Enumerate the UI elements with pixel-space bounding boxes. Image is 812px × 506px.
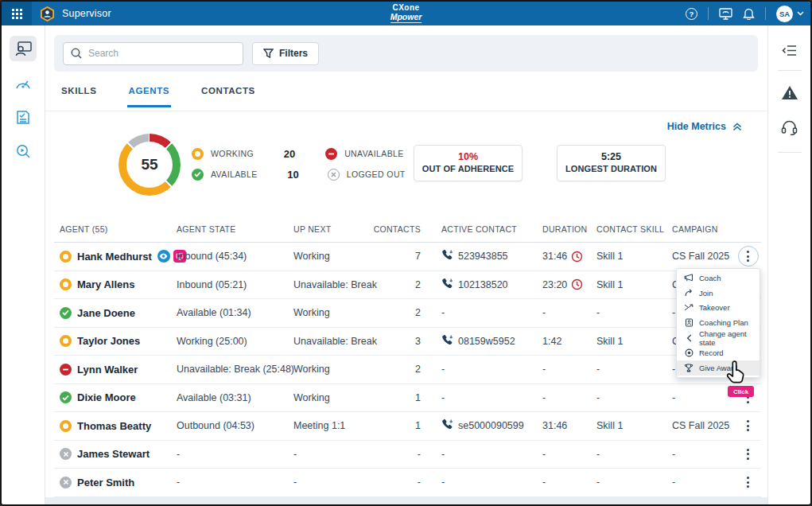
active-contact-cell: -: [441, 299, 542, 327]
duration-value: -: [542, 307, 546, 318]
table-row[interactable]: Lynn Walker Unavailable: Break (25:48) W…: [54, 356, 761, 384]
out-of-adherence-card: 10% OUT OF ADHERENCE: [414, 145, 523, 181]
chevron-left-icon: [684, 334, 694, 342]
screen-share-button[interactable]: [719, 8, 732, 20]
app-launcher-button[interactable]: [2, 2, 32, 25]
contacts-cell: 7: [373, 243, 421, 271]
menu-item-record[interactable]: Record: [677, 345, 760, 360]
row-actions-kebab-button[interactable]: [738, 246, 759, 267]
campaign-cell: CS Fall 2025: [672, 243, 739, 271]
active-contact-cell: -: [441, 469, 542, 496]
sidebar-item-dashboard[interactable]: [10, 70, 37, 95]
contacts-cell: 2: [373, 299, 421, 327]
table-row[interactable]: Mary Allens Inbound (05:21) Unavailable:…: [54, 271, 761, 300]
up-next-cell: Working: [293, 384, 373, 412]
menu-item-coaching-plan[interactable]: Coaching Plan: [677, 315, 760, 330]
tab-skills[interactable]: SKILLS: [60, 81, 99, 107]
active-contact-cell: 08159w5952: [441, 328, 542, 356]
agent-name: Mary Allens: [77, 278, 135, 290]
inbound-call-phone-icon: [441, 278, 453, 290]
col-up-next[interactable]: UP NEXT: [293, 224, 331, 234]
alerts-panel-button[interactable]: [776, 80, 803, 104]
help-button[interactable]: ?: [686, 8, 697, 20]
active-contact-cell: -: [441, 441, 542, 469]
col-active-contact[interactable]: ACTIVE CONTACT: [441, 224, 517, 234]
working-state-icon: [60, 278, 72, 290]
col-contacts[interactable]: CONTACTS: [373, 224, 421, 234]
search-input[interactable]: [88, 48, 223, 59]
bell-icon: [743, 7, 755, 20]
duration-cell: 1:42: [542, 328, 593, 356]
agent-state-cell: Available (01:34): [177, 299, 293, 327]
agent-state-cell: -: [177, 441, 293, 469]
row-context-menu: Coach Join Takeover Coaching Plan Change…: [676, 268, 760, 378]
user-menu-button[interactable]: SA: [776, 6, 804, 22]
col-contact-skill[interactable]: CONTACT SKILL: [596, 224, 664, 234]
up-next-cell: Unavailable: Break: [293, 271, 373, 299]
menu-item-takeover[interactable]: Takeover: [677, 301, 760, 316]
right-sidebar: [767, 25, 810, 504]
sidebar-item-search-recordings[interactable]: [10, 138, 37, 164]
agent-name: James Stewart: [77, 448, 150, 460]
headset-panel-button[interactable]: [776, 115, 803, 139]
up-next-cell: -: [293, 469, 373, 496]
col-agent-state[interactable]: AGENT STATE: [177, 224, 235, 234]
col-duration[interactable]: DURATION: [542, 224, 587, 234]
unavailable-state-icon: [325, 148, 337, 160]
search-box[interactable]: [63, 42, 243, 65]
menu-item-join[interactable]: Join: [677, 286, 760, 301]
collapse-panel-button[interactable]: [776, 38, 803, 62]
up-next-cell: Working: [293, 243, 373, 271]
row-actions-kebab-button[interactable]: [738, 472, 759, 492]
agent-monitor-icon: [15, 41, 32, 56]
col-campaign[interactable]: CAMPAIGN: [672, 224, 718, 234]
supervisor-app-window: Supervisor CXone Mpower ? SA: [0, 0, 812, 506]
duration-cell: -: [542, 356, 593, 383]
filter-funnel-icon: [263, 49, 274, 58]
menu-item-coach[interactable]: Coach: [677, 271, 760, 286]
cxone-mpower-logo: CXone Mpower: [390, 4, 422, 23]
agent-cell: Peter Smith: [60, 469, 179, 496]
table-row[interactable]: Jane Doene Available (01:34) Working 2 -…: [54, 299, 761, 328]
legend-working: WORKING: [192, 148, 254, 160]
menu-item-change-agent-state[interactable]: Change agent state: [677, 330, 760, 345]
available-state-icon: [60, 391, 72, 403]
contact-skill-cell: -: [596, 441, 670, 469]
table-row[interactable]: Taylor Jones Working (25:00) Unavailable…: [54, 328, 761, 356]
agent-cell: Thomas Beatty: [60, 412, 179, 440]
table-row[interactable]: Thomas Beatty Outbound (04:53) Meeting 1…: [54, 412, 761, 441]
table-row[interactable]: Dixie Moore Available (03:31) Working 1 …: [54, 384, 761, 413]
agent-state-cell: Inbound (05:21): [177, 271, 293, 299]
table-row[interactable]: Peter Smith - - - - - - -: [54, 469, 761, 497]
table-row[interactable]: James Stewart - - - - - - -: [54, 441, 761, 469]
menu-item-give-award[interactable]: Give Award: [677, 360, 760, 376]
agent-name: Lynn Walker: [77, 364, 138, 376]
agent-name: Dixie Moore: [77, 391, 136, 403]
warning-icon: [781, 85, 798, 100]
help-icon: ?: [686, 8, 697, 20]
supervisor-shield-icon: [40, 6, 55, 21]
contact-skill-cell: -: [596, 299, 670, 327]
row-actions-kebab-button[interactable]: [738, 415, 759, 436]
click-annotation-badge: Click: [728, 386, 754, 397]
up-next-cell: -: [293, 441, 373, 469]
table-row[interactable]: Hank Medhurst Inbound (45:34) Working 7 …: [54, 243, 761, 271]
main-area: Filters SKILLS AGENTS CONTACTS Hide Metr…: [45, 25, 767, 504]
tab-contacts[interactable]: CONTACTS: [200, 81, 257, 107]
col-agent[interactable]: AGENT (55): [60, 224, 108, 234]
contacts-cell: 2: [373, 271, 421, 299]
agent-state-cell: Available (03:31): [177, 384, 293, 412]
notifications-button[interactable]: [743, 7, 755, 20]
agent-state-cell: Outbound (04:53): [177, 412, 293, 440]
sidebar-item-supervisor[interactable]: [10, 36, 37, 61]
duration-cell: -: [542, 299, 593, 327]
active-contact-number: -: [441, 477, 445, 488]
hide-metrics-button[interactable]: Hide Metrics: [667, 121, 742, 132]
logged-out-state-icon: [328, 169, 340, 181]
agent-cell: Hank Medhurst: [60, 243, 179, 271]
tab-agents[interactable]: AGENTS: [127, 81, 172, 107]
row-actions-cell: [735, 412, 761, 440]
sidebar-item-reports[interactable]: [10, 104, 37, 130]
row-actions-kebab-button[interactable]: [738, 444, 759, 465]
filters-button[interactable]: Filters: [252, 42, 319, 65]
